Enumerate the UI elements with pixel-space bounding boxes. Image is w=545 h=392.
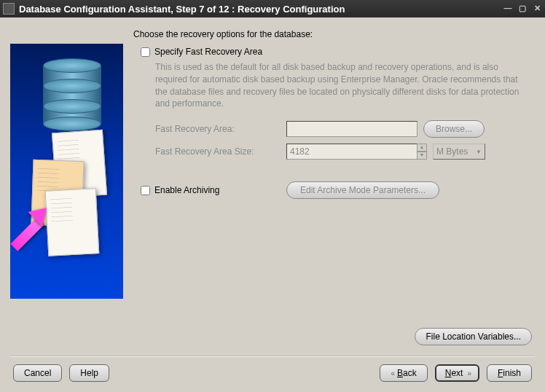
recovery-size-label: Fast Recovery Area Size: bbox=[155, 146, 286, 157]
dbca-window: Database Configuration Assistant, Step 7… bbox=[0, 0, 545, 392]
edit-archive-params-button[interactable]: Edit Archive Mode Parameters... bbox=[286, 181, 439, 199]
recovery-size-input[interactable] bbox=[286, 144, 417, 160]
chevron-right-icon: » bbox=[467, 369, 469, 377]
specify-fast-recovery-checkbox[interactable]: Specify Fast Recovery Area bbox=[141, 47, 535, 57]
app-icon bbox=[3, 3, 15, 15]
specify-fast-recovery-label: Specify Fast Recovery Area bbox=[154, 47, 262, 57]
database-cylinder-icon bbox=[43, 58, 101, 124]
finish-button[interactable]: Finish bbox=[487, 364, 532, 382]
file-location-variables-label: File Location Variables... bbox=[426, 332, 521, 342]
next-button-label: Next bbox=[445, 368, 463, 378]
maximize-icon[interactable]: ▢ bbox=[517, 4, 528, 14]
back-button[interactable]: « Back bbox=[380, 364, 427, 382]
titlebar[interactable]: Database Configuration Assistant, Step 7… bbox=[0, 0, 545, 17]
archive-section: Enable Archiving Edit Archive Mode Param… bbox=[133, 181, 535, 199]
size-unit-select[interactable]: M Bytes ▼ bbox=[433, 144, 485, 160]
help-button-label: Help bbox=[80, 368, 98, 378]
chevron-down-icon: ▼ bbox=[476, 149, 482, 155]
chevron-left-icon: « bbox=[391, 369, 393, 377]
recovery-area-input[interactable] bbox=[286, 121, 417, 137]
browse-button[interactable]: Browse... bbox=[423, 120, 485, 138]
divider bbox=[10, 356, 535, 357]
wizard-side-image: ~~~~~~~~~~ ~~~~~~~~~~ ~~~~~~~~~~ ~~~~~~~… bbox=[10, 44, 123, 299]
window-title: Database Configuration Assistant, Step 7… bbox=[19, 4, 503, 15]
document-icon: ~~~~~~~~~~ ~~~~~~~~~~ ~~~~~~~~~~ ~~~~~~~… bbox=[45, 188, 100, 256]
close-icon[interactable]: ✕ bbox=[532, 4, 542, 14]
size-unit-value: M Bytes bbox=[436, 146, 468, 157]
specify-fast-recovery-input[interactable] bbox=[141, 47, 150, 57]
recovery-area-label: Fast Recovery Area: bbox=[155, 124, 286, 134]
cancel-button[interactable]: Cancel bbox=[13, 364, 62, 382]
enable-archiving-input[interactable] bbox=[141, 186, 150, 195]
size-spinner[interactable]: ▲ ▼ bbox=[417, 144, 427, 160]
wizard-buttons: Cancel Help « Back Next » Finish bbox=[10, 364, 535, 385]
file-location-row: File Location Variables... bbox=[10, 324, 535, 356]
intro-text: Choose the recovery options for the data… bbox=[133, 29, 535, 39]
cancel-button-label: Cancel bbox=[24, 368, 51, 378]
browse-button-label: Browse... bbox=[436, 124, 472, 134]
content-row: ~~~~~~~~~~ ~~~~~~~~~~ ~~~~~~~~~~ ~~~~~~~… bbox=[10, 26, 535, 324]
enable-archiving-checkbox[interactable]: Enable Archiving bbox=[141, 185, 279, 195]
spinner-up-icon[interactable]: ▲ bbox=[417, 144, 427, 152]
help-button[interactable]: Help bbox=[69, 364, 109, 382]
back-button-label: Back bbox=[397, 368, 417, 378]
recovery-size-row: Fast Recovery Area Size: ▲ ▼ M Bytes ▼ bbox=[141, 144, 535, 160]
next-button[interactable]: Next » bbox=[435, 364, 479, 382]
recovery-area-section: Specify Fast Recovery Area This is used … bbox=[133, 47, 535, 160]
recovery-area-row: Fast Recovery Area: Browse... bbox=[141, 120, 535, 138]
enable-archiving-label: Enable Archiving bbox=[154, 185, 219, 195]
file-location-variables-button[interactable]: File Location Variables... bbox=[415, 328, 532, 345]
fast-recovery-description: This is used as the default for all disk… bbox=[141, 61, 535, 110]
edit-archive-params-label: Edit Archive Mode Parameters... bbox=[300, 185, 426, 195]
main-panel: Choose the recovery options for the data… bbox=[133, 26, 535, 324]
finish-button-label: Finish bbox=[498, 368, 521, 378]
minimize-icon[interactable]: — bbox=[503, 4, 513, 14]
window-body: ~~~~~~~~~~ ~~~~~~~~~~ ~~~~~~~~~~ ~~~~~~~… bbox=[0, 17, 545, 392]
spinner-down-icon[interactable]: ▼ bbox=[417, 152, 427, 160]
